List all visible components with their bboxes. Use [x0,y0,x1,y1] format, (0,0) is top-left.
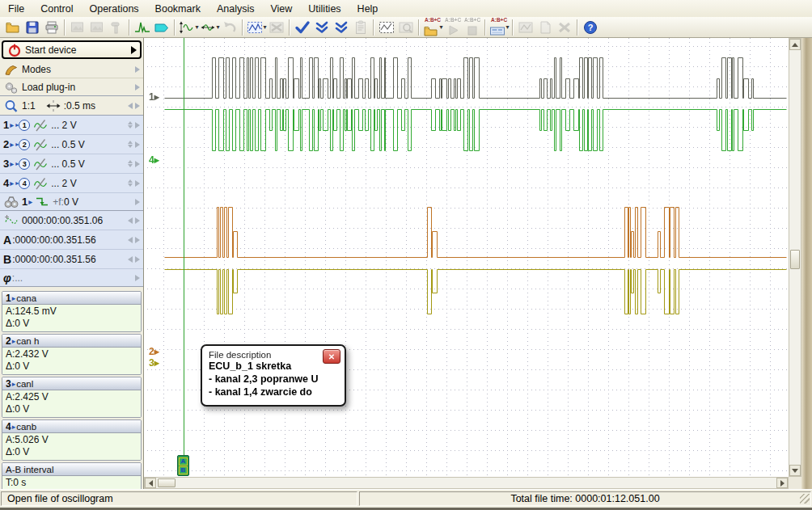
zoom-ratio-value[interactable]: 1:1 [22,100,36,112]
menu-item[interactable]: File [0,2,32,16]
channel-scale-value[interactable]: ... 0.5 V [51,139,84,150]
cursor-b-row[interactable]: B:0000:00:00.351.56 [0,250,143,269]
toolbar-button-fragment-window[interactable] [378,18,396,37]
channel-scale-value[interactable]: ... 2 V [51,178,76,189]
channel-settings-row[interactable]: 1▸ ▸ 1 ... 2 V [0,116,143,135]
toolbar-button-save-file[interactable] [23,18,42,37]
toolbar-button-fragment-search[interactable] [397,18,416,37]
popup-close-button[interactable]: ✕ [323,349,340,364]
measurement-panel-header[interactable]: ▸ A-B interval [2,463,141,476]
menu-item[interactable]: Operations [81,2,146,16]
modes-button[interactable]: Modes [0,61,143,78]
time-per-div-value[interactable]: :0.5 ms [64,100,95,112]
time-per-div-stepper[interactable] [128,103,140,109]
menu-item[interactable]: Bookmark [147,2,209,16]
toolbar-button-copy-screen-image[interactable] [88,18,107,37]
toolbar-button-export-chart[interactable] [517,18,535,37]
vertical-scroll-thumb[interactable] [790,250,800,269]
menu-item[interactable]: Control [32,2,81,16]
menu-item[interactable]: Help [349,2,387,16]
horizontal-scroll-thumb[interactable] [158,478,176,487]
cursor-b-value[interactable]: :0000:00:00.351.56 [12,254,95,265]
channel-row-controls[interactable] [128,121,140,129]
menu-item[interactable]: View [262,2,300,16]
toolbar-button-script-open[interactable]: A:B+C▾ [423,18,443,37]
cursor-a-value[interactable]: :0000:00:00.351.56 [12,234,95,246]
measurement-panel-header[interactable]: 4▸ canb [2,420,141,433]
dropdown-arrow-icon[interactable]: ▾ [506,23,510,31]
control-sidebar: Start device Modes Load plug-in 1:1 :0.5… [0,38,144,489]
toolbar-button-apply[interactable] [294,18,312,37]
toolbar-button-copy-oscillogram-image[interactable] [69,18,87,37]
toolbar-button-add-marker[interactable] [153,18,171,37]
channel-settings-row[interactable]: 4▸ ▸ 4 ... 2 V [0,174,143,193]
measurement-panel[interactable]: 3▸ canl A:2.425 V Δ:0 V [2,377,142,418]
toolbar-button-vertical-scale[interactable]: ▾ [179,18,199,37]
abc-label: A:B+C [464,18,480,23]
toolbar-button-apply-all[interactable] [313,18,332,37]
toolbar-button-apply-all-files[interactable] [332,18,351,37]
menu-item[interactable]: Analysis [209,2,263,16]
channel-row-controls[interactable] [128,141,140,148]
time-cursor-line[interactable] [184,38,184,455]
measurement-panel[interactable]: 2▸ can h A:2.432 V Δ:0 V [2,334,142,375]
sync-row[interactable]: 1▸ +f: 0 V [0,193,143,211]
measurement-panel[interactable]: 4▸ canb A:5.026 V Δ:0 V [2,419,142,461]
cursor-a-row[interactable]: A:0000:00:00.351.56 [0,230,143,250]
toolbar-button-print[interactable] [43,18,61,37]
channel-settings-row[interactable]: 2▸ ▸ 2 ... 0.5 V [0,135,143,154]
sync-level-value[interactable]: 0 V [64,196,78,208]
measurement-panel-header[interactable]: 1▸ cana [2,292,141,305]
toolbar-button-script-run[interactable]: A:B+C [444,18,463,37]
toolbar-button-script-panel[interactable]: A:B+C▾ [489,18,510,37]
toolbar-button-script-stop[interactable]: A:B+C [463,18,482,37]
channel-row-controls[interactable] [128,179,140,187]
scroll-left-button[interactable] [145,478,156,488]
horizontal-scrollbar[interactable] [144,477,789,489]
vertical-scrollbar[interactable] [789,38,801,477]
dropdown-arrow-icon[interactable]: ▾ [217,23,220,31]
toolbar-button-help[interactable]: ? [582,18,600,37]
toolbar-button-clear-fragment[interactable] [268,18,286,37]
channel-3-zero-marker[interactable]: 3▸ [149,358,159,368]
cursor-a-stepper[interactable] [128,237,140,243]
toolbar-button-open-file[interactable] [4,18,23,37]
toolbar-button-horizontal-scale[interactable]: ▾ [200,18,220,37]
ab-cursor-handle[interactable]: A B [177,455,189,476]
measurement-panel[interactable]: ▸ A-B interval T:0 s F:0 Hz [2,462,142,489]
toolbar-button-impulse-view[interactable] [133,18,152,37]
toolbar-button-export-close[interactable] [556,18,574,37]
toolbar-button-select-fragment[interactable]: ▾ [247,18,267,37]
toolbar-button-undo[interactable] [221,18,239,37]
channel-scale-value[interactable]: ... 2 V [51,120,76,131]
channel-scale-value[interactable]: ... 0.5 V [51,158,84,170]
scroll-down-button[interactable] [789,465,801,476]
dropdown-arrow-icon[interactable]: ▾ [264,23,267,31]
dropdown-arrow-icon[interactable]: ▾ [440,23,443,31]
dropdown-arrow-icon[interactable]: ▾ [196,23,199,31]
start-device-button[interactable]: Start device [2,40,142,59]
oscillogram-canvas[interactable] [144,38,789,477]
channel-1-zero-marker[interactable]: 1▸ [149,92,159,102]
cursor-b-stepper[interactable] [128,256,140,263]
phase-row[interactable]: φ:... [0,269,143,287]
load-plugin-button[interactable]: Load plug-in [0,78,143,96]
measurement-panel[interactable]: 1▸ cana A:124.5 mV Δ:0 V [2,291,142,332]
time-stepper[interactable] [128,217,140,224]
resize-grip-icon[interactable] [800,494,810,504]
channel-arrow-icon: ▸ [10,120,14,129]
channel-4-zero-marker[interactable]: 4▸ [149,155,159,165]
scroll-right-button[interactable] [776,478,788,488]
channel-2-zero-marker[interactable]: 2▸ [149,347,159,356]
menu-item[interactable]: Utilities [300,2,349,16]
measurement-panel-header[interactable]: 3▸ canl [2,377,141,390]
channel-settings-row[interactable]: 3▸ ▸ 3 ... 0.5 V [0,154,143,174]
scroll-up-button[interactable] [789,39,801,50]
time-position-row[interactable]: 0000:00:00.351.06 [0,211,143,230]
toolbar-button-export-document[interactable] [536,18,555,37]
toolbar-button-service-tools[interactable] [108,18,126,37]
channel-row-controls[interactable] [128,160,140,167]
time-position-value[interactable]: 0000:00:00.351.06 [22,215,103,226]
toolbar-button-report[interactable] [352,18,370,37]
measurement-panel-header[interactable]: 2▸ can h [2,335,141,348]
